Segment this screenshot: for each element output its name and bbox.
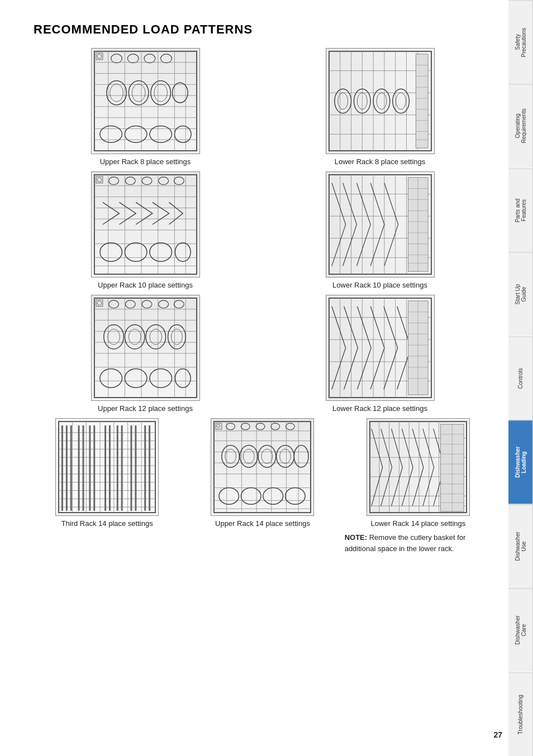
- svg-rect-182: [66, 425, 68, 511]
- svg-rect-186: [89, 425, 91, 511]
- svg-point-22: [132, 84, 145, 102]
- svg-point-83: [125, 243, 147, 262]
- svg-point-135: [168, 324, 185, 349]
- upper-rack-12-caption: Upper Rack 12 place settings: [98, 404, 193, 413]
- tab-controls[interactable]: Controls: [508, 336, 533, 420]
- svg-rect-188: [104, 425, 106, 511]
- svg-point-17: [144, 54, 155, 63]
- svg-point-218: [240, 445, 258, 467]
- svg-point-216: [222, 445, 240, 467]
- upper-rack-8-image: [91, 48, 200, 154]
- svg-point-215: [286, 423, 295, 430]
- svg-point-128: [174, 300, 184, 308]
- upper-rack-14-caption: Upper Rack 14 place settings: [215, 519, 310, 528]
- side-navigation: SafetyPrecautions OperatingRequirements …: [508, 0, 533, 756]
- upper-rack-8: Upper Rack 8 place settings: [34, 48, 257, 166]
- svg-point-133: [145, 324, 165, 349]
- svg-point-222: [277, 445, 294, 467]
- svg-point-137: [99, 369, 122, 388]
- lower-rack-8: Lower Rack 8 place settings: [268, 48, 492, 166]
- svg-point-221: [262, 449, 273, 463]
- page-number: 27: [493, 730, 502, 739]
- third-rack-14-image: [55, 418, 159, 516]
- lower-rack-10-image: [326, 171, 435, 277]
- lower-rack-12-image: [326, 295, 435, 401]
- svg-point-84: [149, 243, 172, 262]
- svg-point-29: [174, 126, 191, 143]
- svg-rect-184: [78, 425, 80, 511]
- tab-start-up-guide[interactable]: Start UpGuide: [508, 252, 533, 336]
- lower-rack-12: Lower Rack 12 place settings: [268, 295, 492, 413]
- svg-point-211: [226, 423, 235, 430]
- tab-safety-precautions[interactable]: SafetyPrecautions: [508, 0, 533, 84]
- svg-rect-53: [416, 54, 428, 148]
- note-bold-label: NOTE:: [345, 533, 367, 542]
- lower-rack-14-caption: Lower Rack 14 place settings: [370, 519, 465, 528]
- svg-point-226: [241, 488, 261, 505]
- tab-dishwasher-use[interactable]: DishwasherUse: [508, 504, 533, 588]
- svg-point-124: [108, 300, 118, 308]
- svg-point-27: [125, 126, 147, 143]
- svg-rect-193: [135, 425, 137, 511]
- svg-point-129: [103, 324, 123, 349]
- svg-rect-194: [144, 425, 146, 511]
- rack-row-14: Third Rack 14 place settings: [34, 418, 492, 554]
- upper-rack-10-caption: Upper Rack 10 place settings: [98, 281, 193, 289]
- upper-rack-8-caption: Upper Rack 8 place settings: [100, 157, 191, 166]
- svg-point-16: [127, 54, 139, 63]
- svg-point-82: [99, 243, 122, 262]
- svg-point-80: [158, 177, 168, 185]
- svg-point-50: [377, 93, 387, 109]
- svg-rect-187: [93, 425, 95, 511]
- note-box: NOTE: Remove the cutlery basket for addi…: [345, 532, 492, 554]
- svg-point-126: [142, 300, 152, 308]
- lower-rack-14-image: [367, 418, 470, 516]
- svg-rect-191: [121, 425, 123, 511]
- svg-point-139: [149, 369, 172, 388]
- tab-troubleshooting[interactable]: Troubleshooting: [508, 672, 533, 756]
- svg-point-52: [396, 93, 406, 109]
- svg-point-46: [337, 93, 348, 109]
- svg-rect-190: [117, 425, 118, 511]
- lower-rack-14: Lower Rack 14 place settings NOTE: Remov…: [345, 418, 492, 554]
- svg-point-28: [149, 126, 172, 143]
- svg-rect-195: [149, 425, 150, 511]
- upper-rack-14-image: [211, 418, 314, 516]
- svg-point-227: [263, 488, 283, 505]
- svg-point-230: [217, 424, 220, 428]
- lower-rack-10: Lower Rack 10 place settings: [268, 171, 492, 289]
- svg-point-214: [271, 423, 280, 430]
- svg-point-220: [259, 445, 277, 467]
- svg-point-77: [108, 177, 118, 185]
- svg-point-87: [97, 178, 101, 182]
- rack-row-8: Upper Rack 8 place settings: [34, 48, 492, 166]
- svg-point-127: [158, 300, 168, 308]
- svg-point-24: [154, 84, 167, 102]
- svg-point-225: [219, 488, 239, 505]
- tab-operating-requirements[interactable]: OperatingRequirements: [508, 84, 533, 168]
- lower-rack-8-caption: Lower Rack 8 place settings: [335, 157, 426, 166]
- svg-point-223: [280, 449, 291, 463]
- svg-rect-189: [109, 425, 111, 511]
- lower-rack-12-caption: Lower Rack 12 place settings: [332, 404, 427, 413]
- lower-rack-8-image: [326, 48, 435, 154]
- lower-rack-10-caption: Lower Rack 10 place settings: [332, 281, 427, 289]
- svg-point-18: [160, 54, 172, 63]
- svg-point-78: [125, 177, 135, 185]
- svg-rect-192: [131, 425, 132, 511]
- rack-row-10: Upper Rack 10 place settings: [34, 171, 492, 289]
- upper-rack-14: Upper Rack 14 place settings: [189, 418, 336, 554]
- upper-rack-12: Upper Rack 12 place settings: [34, 295, 257, 413]
- page-title: RECOMMENDED LOAD PATTERNS: [34, 22, 492, 37]
- tab-dishwasher-care[interactable]: DishwasherCare: [508, 588, 533, 672]
- svg-point-212: [241, 423, 250, 430]
- third-rack-14: Third Rack 14 place settings: [34, 418, 180, 554]
- tab-parts-features[interactable]: Parts andFeatures: [508, 168, 533, 252]
- upper-rack-10: Upper Rack 10 place settings: [34, 171, 257, 289]
- third-rack-14-caption: Third Rack 14 place settings: [61, 519, 153, 528]
- svg-point-26: [99, 126, 122, 143]
- upper-rack-12-image: [91, 295, 200, 401]
- svg-point-138: [125, 369, 147, 388]
- svg-point-131: [125, 324, 145, 349]
- tab-dishwasher-loading[interactable]: DishwasherLoading: [508, 420, 533, 504]
